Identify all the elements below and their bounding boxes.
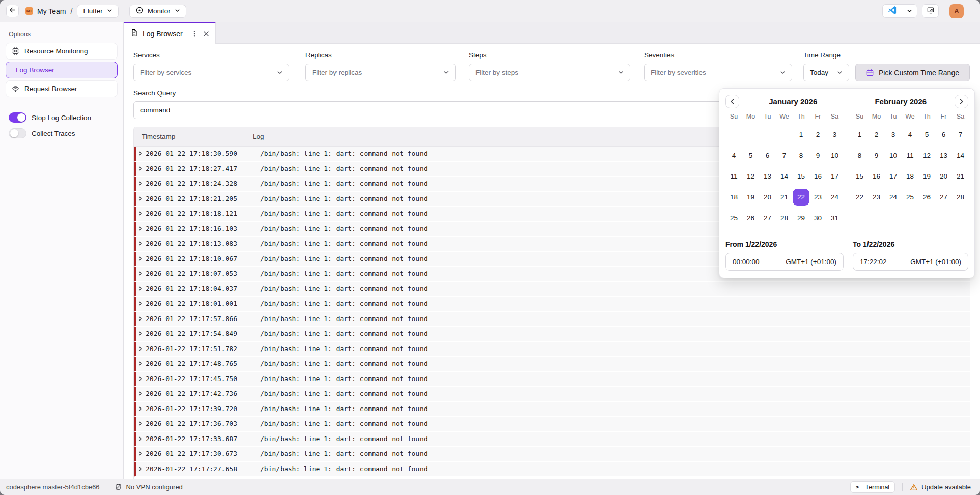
next-month-button[interactable] [955,95,968,108]
day-cell[interactable]: 2 [868,126,885,143]
day-cell[interactable]: 28 [776,210,793,226]
day-cell[interactable]: 12 [918,147,935,164]
sidebar-item-request-browser[interactable]: Request Browser [6,80,118,97]
log-row[interactable]: 2026-01-22 17:17:36.703/bin/bash: line 1… [134,417,970,432]
log-row[interactable]: 2026-01-22 17:17:48.765/bin/bash: line 1… [134,357,970,372]
day-cell[interactable]: 24 [885,189,902,206]
day-cell[interactable]: 26 [918,189,935,206]
from-time-field[interactable]: 00:00:00 GMT+1 (+01:00) [725,253,844,271]
day-cell[interactable]: 8 [851,147,868,164]
day-cell[interactable]: 3 [885,126,902,143]
sidebar-item-resource-monitoring[interactable]: Resource Monitoring [6,43,118,60]
log-row[interactable]: 2026-01-22 17:17:33.687/bin/bash: line 1… [134,432,970,447]
expand-chevron-icon[interactable] [137,241,143,246]
vpn-status[interactable]: No VPN configured [115,483,183,491]
tab-menu-icon[interactable] [191,30,198,37]
from-time-value[interactable]: 00:00:00 [733,258,760,266]
log-row[interactable]: 2026-01-22 17:17:39.720/bin/bash: line 1… [134,402,970,417]
log-row[interactable]: 2026-01-22 17:17:30.673/bin/bash: line 1… [134,447,970,462]
day-cell[interactable]: 20 [935,168,952,185]
filter-select-steps[interactable]: Filter by steps [469,64,630,81]
day-cell-selected[interactable]: 22 [793,189,809,206]
expand-chevron-icon[interactable] [137,421,143,426]
day-cell[interactable]: 13 [935,147,952,164]
day-cell[interactable]: 27 [935,189,952,206]
day-cell[interactable]: 16 [809,168,826,185]
mode-dropdown[interactable]: Monitor [129,5,186,18]
day-cell[interactable]: 15 [851,168,868,185]
to-time-field[interactable]: 17:22:02 GMT+1 (+01:00) [853,253,968,271]
expand-chevron-icon[interactable] [137,316,143,322]
day-cell[interactable]: 19 [742,189,759,206]
day-cell[interactable]: 6 [935,126,952,143]
day-cell[interactable]: 19 [918,168,935,185]
expand-chevron-icon[interactable] [137,346,143,352]
day-cell[interactable]: 4 [725,147,742,164]
terminal-button[interactable]: >_ Terminal [850,481,895,493]
filter-select-severities[interactable]: Filter by severities [644,64,792,81]
day-cell[interactable]: 9 [868,147,885,164]
day-cell[interactable]: 12 [742,168,759,185]
day-cell[interactable]: 7 [952,126,969,143]
day-cell[interactable]: 11 [902,147,918,164]
day-cell[interactable]: 14 [952,147,969,164]
workspace-dropdown[interactable]: Flutter [77,5,118,18]
log-row[interactable]: 2026-01-22 17:17:45.750/bin/bash: line 1… [134,372,970,387]
expand-chevron-icon[interactable] [137,226,143,231]
day-cell[interactable]: 28 [952,189,969,206]
day-cell[interactable]: 13 [759,168,776,185]
vscode-options-button[interactable] [902,5,917,17]
log-row[interactable]: 2026-01-22 17:18:04.037/bin/bash: line 1… [134,282,970,297]
expand-chevron-icon[interactable] [137,196,143,201]
day-cell[interactable]: 30 [809,210,826,226]
day-cell[interactable]: 18 [902,168,918,185]
tab-close-icon[interactable] [203,31,209,37]
tab-log-browser[interactable]: Log Browser [124,22,216,44]
day-cell[interactable]: 2 [809,126,826,143]
expand-chevron-icon[interactable] [137,391,143,396]
day-cell[interactable]: 18 [725,189,742,206]
day-cell[interactable]: 7 [776,147,793,164]
filter-select-replicas[interactable]: Filter by replicas [305,64,456,81]
day-cell[interactable]: 23 [868,189,885,206]
update-available[interactable]: Update available [910,483,971,491]
day-cell[interactable]: 21 [952,168,969,185]
expand-chevron-icon[interactable] [137,181,143,186]
pick-custom-time-range-button[interactable]: Pick Custom Time Range [855,64,970,81]
day-cell[interactable]: 23 [809,189,826,206]
day-cell[interactable]: 16 [868,168,885,185]
avatar[interactable]: A [949,4,964,18]
log-row[interactable]: 2026-01-22 17:17:51.782/bin/bash: line 1… [134,342,970,357]
open-new-window-button[interactable] [922,4,939,18]
expand-chevron-icon[interactable] [137,451,143,456]
day-cell[interactable]: 25 [725,210,742,226]
expand-chevron-icon[interactable] [137,406,143,412]
log-row[interactable]: 2026-01-22 17:17:42.736/bin/bash: line 1… [134,387,970,402]
expand-chevron-icon[interactable] [137,271,143,276]
day-cell[interactable]: 15 [793,168,809,185]
log-row[interactable]: 2026-01-22 17:17:57.866/bin/bash: line 1… [134,312,970,327]
time-range-select[interactable]: Today [803,64,849,81]
expand-chevron-icon[interactable] [137,361,143,366]
log-row[interactable]: 2026-01-22 17:17:27.658/bin/bash: line 1… [134,462,970,477]
toggle-switch[interactable] [9,128,26,138]
sidebar-item-log-browser[interactable]: Log Browser [6,62,118,78]
to-timezone[interactable]: GMT+1 (+01:00) [910,258,961,266]
back-button[interactable] [6,5,19,17]
expand-chevron-icon[interactable] [137,301,143,306]
day-cell[interactable]: 20 [759,189,776,206]
toggle-switch[interactable] [9,112,26,123]
day-cell[interactable]: 25 [902,189,918,206]
expand-chevron-icon[interactable] [137,166,143,171]
day-cell[interactable]: 11 [725,168,742,185]
day-cell[interactable]: 1 [793,126,809,143]
day-cell[interactable]: 5 [742,147,759,164]
day-cell[interactable]: 17 [826,168,843,185]
day-cell[interactable]: 8 [793,147,809,164]
day-cell[interactable]: 21 [776,189,793,206]
expand-chevron-icon[interactable] [137,256,143,261]
day-cell[interactable]: 14 [776,168,793,185]
from-timezone[interactable]: GMT+1 (+01:00) [786,258,836,266]
day-cell[interactable]: 1 [851,126,868,143]
expand-chevron-icon[interactable] [137,286,143,292]
